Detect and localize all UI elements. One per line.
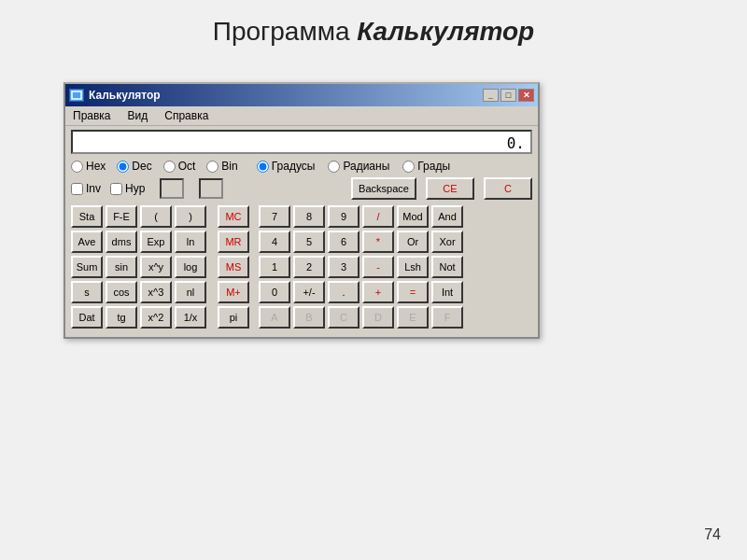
titlebar: Калькулятор _ □ ✕ — [65, 84, 538, 106]
btn-ms[interactable]: MS — [218, 256, 249, 278]
btn-9[interactable]: 9 — [328, 205, 359, 228]
calculator-window: Калькулятор _ □ ✕ Правка Вид Справка 0. … — [63, 82, 540, 339]
btn-dms[interactable]: dms — [106, 231, 137, 253]
radio-grads[interactable]: Грады — [402, 160, 450, 173]
checkbox-row: Inv Hyp Backspace CE C — [65, 175, 538, 202]
btn-lsh[interactable]: Lsh — [397, 256, 429, 278]
window-title: Калькулятор — [89, 89, 161, 102]
btn-mc[interactable]: MC — [218, 205, 249, 228]
btn-or[interactable]: Or — [397, 231, 429, 253]
btn-2[interactable]: 2 — [293, 256, 325, 278]
menu-spravka[interactable]: Справка — [161, 108, 212, 123]
btn-mod[interactable]: Mod — [397, 205, 429, 228]
radio-bin[interactable]: Bin — [206, 160, 237, 173]
checkbox-inv[interactable]: Inv — [71, 182, 101, 195]
btn-equals[interactable]: = — [397, 281, 429, 303]
c-button[interactable]: C — [484, 177, 532, 200]
btn-3[interactable]: 3 — [328, 256, 359, 278]
btn-row-1: Sta F-E ( ) MC 7 8 9 / Mod And — [71, 205, 532, 228]
ce-button[interactable]: CE — [426, 177, 474, 200]
btn-add[interactable]: + — [362, 281, 394, 303]
display-area: 0. — [65, 126, 538, 156]
btn-c[interactable]: C — [328, 306, 359, 329]
btn-int[interactable]: Int — [431, 281, 463, 303]
titlebar-left: Калькулятор — [69, 89, 161, 102]
number-base-row: Hex Dec Oct Bin Градусы Радианы Грады — [65, 156, 538, 175]
btn-fe[interactable]: F-E — [106, 205, 137, 228]
radio-dec[interactable]: Dec — [117, 160, 151, 173]
btn-open-paren[interactable]: ( — [140, 205, 172, 228]
titlebar-buttons: _ □ ✕ — [483, 89, 534, 102]
radio-oct[interactable]: Oct — [163, 160, 196, 173]
radio-degrees[interactable]: Градусы — [257, 160, 316, 173]
btn-nl[interactable]: nl — [175, 281, 206, 303]
menu-pravka[interactable]: Правка — [69, 108, 115, 123]
svg-rect-1 — [73, 94, 80, 98]
btn-pi[interactable]: pi — [218, 306, 249, 329]
close-button[interactable]: ✕ — [518, 89, 534, 102]
color-box-1 — [160, 178, 184, 199]
btn-sub[interactable]: - — [362, 256, 394, 278]
maximize-button[interactable]: □ — [500, 89, 516, 102]
btn-sta[interactable]: Sta — [71, 205, 103, 228]
radio-radians[interactable]: Радианы — [328, 160, 389, 173]
btn-row-4: s cos x^3 nl M+ 0 +/- . + = Int — [71, 281, 532, 303]
btn-row-2: Ave dms Exp ln MR 4 5 6 * Or Xor — [71, 231, 532, 253]
btn-and[interactable]: And — [431, 205, 463, 228]
btn-mr[interactable]: MR — [218, 231, 249, 253]
window-icon — [69, 89, 84, 102]
backspace-button[interactable]: Backspace — [351, 177, 416, 200]
minimize-button[interactable]: _ — [483, 89, 499, 102]
btn-xpow2[interactable]: x^2 — [140, 306, 172, 329]
btn-ave[interactable]: Ave — [71, 231, 103, 253]
btn-not[interactable]: Not — [431, 256, 463, 278]
btn-f[interactable]: F — [431, 306, 463, 329]
btn-s[interactable]: s — [71, 281, 103, 303]
menubar: Правка Вид Справка — [65, 106, 538, 126]
btn-div[interactable]: / — [362, 205, 394, 228]
btn-xor[interactable]: Xor — [431, 231, 463, 253]
btn-5[interactable]: 5 — [293, 231, 325, 253]
btn-plusminus[interactable]: +/- — [293, 281, 325, 303]
btn-exp[interactable]: Exp — [140, 231, 172, 253]
btn-mplus[interactable]: M+ — [218, 281, 249, 303]
calc-body: Sta F-E ( ) MC 7 8 9 / Mod And Ave dms E… — [65, 202, 538, 337]
btn-dat[interactable]: Dat — [71, 306, 103, 329]
menu-vid[interactable]: Вид — [124, 108, 152, 123]
btn-ln[interactable]: ln — [175, 231, 206, 253]
btn-cos[interactable]: cos — [106, 281, 137, 303]
btn-0[interactable]: 0 — [259, 281, 290, 303]
btn-e[interactable]: E — [397, 306, 429, 329]
checkbox-hyp[interactable]: Hyp — [110, 182, 145, 195]
btn-log[interactable]: log — [175, 256, 206, 278]
btn-6[interactable]: 6 — [328, 231, 359, 253]
page-title: Программа Калькулятор — [0, 0, 747, 60]
color-box-2 — [199, 178, 223, 199]
btn-xpowy[interactable]: x^y — [140, 256, 172, 278]
btn-1[interactable]: 1 — [259, 256, 290, 278]
btn-mul[interactable]: * — [362, 231, 394, 253]
btn-4[interactable]: 4 — [259, 231, 290, 253]
btn-sin[interactable]: sin — [106, 256, 137, 278]
btn-row-3: Sum sin x^y log MS 1 2 3 - Lsh Not — [71, 256, 532, 278]
btn-reciprocal[interactable]: 1/x — [175, 306, 206, 329]
btn-7[interactable]: 7 — [259, 205, 290, 228]
btn-tg[interactable]: tg — [106, 306, 137, 329]
btn-close-paren[interactable]: ) — [175, 205, 206, 228]
btn-xpow3[interactable]: x^3 — [140, 281, 172, 303]
btn-sum[interactable]: Sum — [71, 256, 103, 278]
btn-a[interactable]: A — [259, 306, 290, 329]
radio-hex[interactable]: Hex — [71, 160, 106, 173]
display: 0. — [71, 130, 532, 154]
btn-8[interactable]: 8 — [293, 205, 325, 228]
btn-d[interactable]: D — [362, 306, 394, 329]
btn-row-5: Dat tg x^2 1/x pi A B C D E F — [71, 306, 532, 329]
btn-dot[interactable]: . — [328, 281, 359, 303]
btn-b[interactable]: B — [293, 306, 325, 329]
page-number: 74 — [704, 526, 721, 543]
